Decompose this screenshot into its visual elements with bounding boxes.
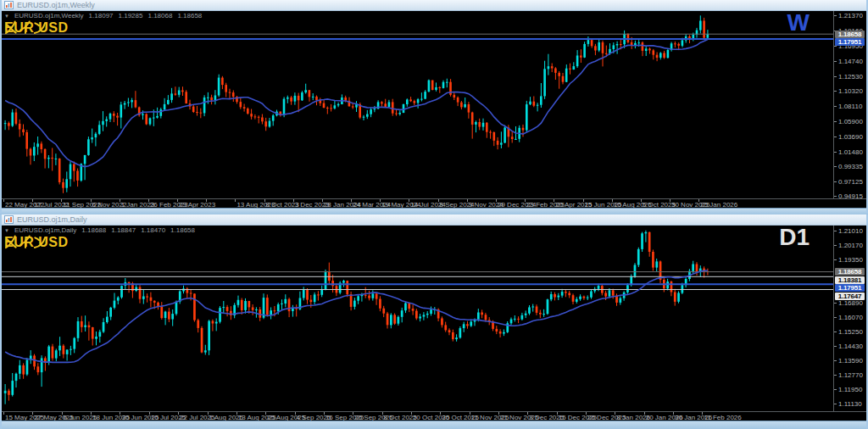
price-tick-label: 1.14740 [838, 58, 863, 65]
price-tick-mark [834, 15, 837, 16]
time-tick-mark [554, 199, 554, 202]
price-tick-mark [834, 46, 837, 47]
price-tick-mark [834, 332, 837, 332]
timeframe-badge-weekly: W [787, 11, 810, 36]
time-tick-mark [525, 199, 526, 202]
time-tick-mark [583, 199, 584, 202]
info-low: 1.18470 [141, 226, 165, 234]
time-tick-mark [496, 199, 497, 202]
time-tick-mark [380, 199, 381, 202]
price-tick-mark [834, 61, 837, 62]
time-tick-mark [411, 412, 412, 415]
price-tick-mark [834, 196, 837, 197]
time-tick-mark [61, 199, 62, 202]
price-marker: 1.18658 [835, 31, 865, 38]
candlestick-chart-weekly[interactable]: ▼ EURUSD.oj1m,Weekly 1.18097 1.19285 1.1… [2, 11, 834, 198]
info-close: 1.18658 [177, 12, 202, 20]
time-tick-mark [208, 412, 209, 415]
time-tick-mark [295, 412, 296, 415]
time-tick-mark [293, 199, 294, 202]
price-tick-mark [834, 389, 837, 390]
price-marker: 1.17951 [835, 38, 865, 46]
price-tick-label: 1.11950 [838, 386, 862, 393]
time-tick-mark [3, 412, 4, 415]
time-tick-mark [91, 412, 92, 415]
chart-area-weekly: ▼ EURUSD.oj1m,Weekly 1.18097 1.19285 1.1… [2, 11, 866, 198]
price-tick-mark [834, 317, 837, 318]
time-tick-mark [698, 199, 699, 202]
chart-window-weekly[interactable]: EURUSD.oj1m,Weekly ▼ EURUSD.oj1m,Weekly … [0, 0, 868, 214]
price-marker: 1.18658 [835, 268, 865, 276]
price-tick-label: 1.12530 [838, 73, 863, 81]
time-tick-mark [557, 412, 558, 415]
info-close: 1.18658 [170, 226, 195, 234]
watermark-kana-main [4, 235, 47, 249]
price-tick-label: 1.16070 [838, 314, 863, 321]
price-tick-mark [834, 136, 837, 137]
price-tick-label: 1.21010 [838, 227, 863, 235]
time-tick-mark [673, 412, 674, 415]
info-symbol: EURUSD.oj1m,Weekly [14, 12, 84, 20]
symbol-dropdown-icon[interactable]: ▼ [4, 14, 9, 19]
time-tick-mark [670, 199, 670, 202]
info-high: 1.19285 [119, 12, 143, 20]
watermark: EUR USD [4, 20, 69, 36]
chart-window-daily[interactable]: EURUSD.oj1m,Daily ▼ EURUSD.oj1m,Daily 1.… [0, 214, 868, 429]
price-tick-mark [834, 152, 837, 153]
price-tick-mark [834, 121, 837, 122]
window-bottom-border [2, 421, 866, 429]
price-tick-label: 1.12770 [838, 371, 863, 379]
price-axis-weekly[interactable]: 1.213701.191601.169501.147401.125301.103… [834, 11, 866, 198]
time-tick-mark [148, 199, 149, 202]
window-bottom-border [2, 208, 866, 214]
info-high: 1.18847 [111, 226, 136, 234]
time-tick-mark [120, 199, 120, 202]
timeframe-badge-daily: D1 [779, 226, 810, 251]
price-marker: 1.17951 [835, 284, 865, 292]
time-tick-mark [236, 412, 237, 415]
price-tick-mark [834, 76, 837, 77]
price-marker: 1.18381 [835, 276, 865, 284]
time-tick-mark [322, 199, 323, 202]
time-tick-mark [702, 412, 703, 415]
price-tick-label: 1.14430 [838, 343, 863, 350]
window-titlebar-weekly[interactable]: EURUSD.oj1m,Weekly [2, 0, 866, 11]
chart-window-icon [4, 1, 14, 9]
price-tick-label: 1.03690 [838, 133, 863, 141]
price-tick-mark [834, 231, 837, 231]
time-tick-mark [324, 412, 325, 415]
price-axis-daily[interactable]: 1.210101.201701.193501.168901.160701.152… [834, 226, 866, 411]
time-tick-mark [440, 412, 441, 415]
symbol-dropdown-icon[interactable]: ▼ [4, 228, 9, 233]
time-tick-mark [91, 199, 92, 202]
time-tick-mark [32, 199, 33, 202]
chart-area-daily: ▼ EURUSD.oj1m,Daily 1.18688 1.18847 1.18… [2, 226, 866, 411]
time-tick-mark [206, 199, 207, 202]
price-marker: 1.17647 [835, 292, 865, 300]
price-tick-mark [834, 166, 837, 167]
price-tick-label: 1.20170 [838, 242, 863, 249]
time-tick-mark [177, 199, 178, 202]
price-tick-label: 1.10320 [838, 87, 863, 95]
price-tick-label: 0.99335 [838, 163, 863, 170]
window-titlebar-daily[interactable]: EURUSD.oj1m,Daily [2, 214, 866, 226]
price-tick-mark [834, 360, 837, 361]
info-open: 1.18097 [89, 12, 114, 20]
chart-window-icon [4, 215, 14, 224]
time-tick-mark [382, 412, 383, 415]
time-tick-mark [353, 412, 353, 415]
time-tick-mark [351, 199, 352, 202]
price-tick-mark [834, 245, 837, 246]
time-tick-mark [265, 412, 266, 415]
info-symbol: EURUSD.oj1m,Daily [14, 226, 76, 234]
price-tick-label: 1.19350 [838, 256, 863, 264]
time-tick-mark [3, 199, 4, 202]
price-tick-label: 1.08110 [838, 103, 862, 110]
time-tick-mark [641, 199, 642, 202]
candlestick-chart-daily[interactable]: ▼ EURUSD.oj1m,Daily 1.18688 1.18847 1.18… [2, 226, 834, 411]
price-tick-label: 1.15250 [838, 328, 863, 336]
time-tick-mark [62, 412, 63, 415]
time-tick-mark [264, 199, 265, 202]
price-tick-mark [834, 106, 837, 107]
price-tick-label: 1.13590 [838, 357, 863, 365]
